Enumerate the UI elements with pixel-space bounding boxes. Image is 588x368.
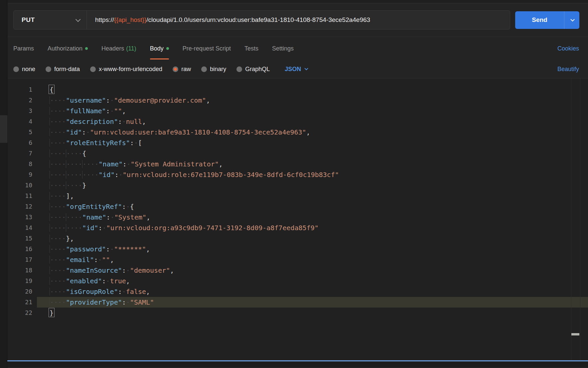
- json-punctuation: ,: [126, 277, 130, 285]
- line-code: ····"password":·"******",: [37, 244, 588, 254]
- pane-resize-divider[interactable]: [0, 360, 588, 361]
- editor-line[interactable]: 1{: [8, 84, 588, 95]
- http-method-select[interactable]: PUT: [14, 11, 87, 29]
- editor-line[interactable]: 9············"id":·"urn:vcloud:role:67e1…: [8, 169, 588, 180]
- json-key: "nameInSource": [66, 266, 122, 274]
- editor-line[interactable]: 5····"id":·"urn:vcloud:user:bafe9a31-181…: [8, 127, 588, 138]
- json-punctuation: :: [106, 245, 110, 253]
- body-mode-row: none form-data x-www-form-urlencoded raw…: [8, 60, 588, 78]
- json-punctuation: :: [106, 96, 110, 104]
- indent-guide: ····: [66, 149, 82, 157]
- editor-line[interactable]: 11····],: [8, 191, 588, 201]
- line-number: 13: [8, 212, 37, 223]
- json-punctuation: :: [130, 139, 134, 147]
- editor-line[interactable]: 22}: [8, 308, 588, 318]
- whitespace-dot: ·: [122, 118, 126, 126]
- editor-line[interactable]: 14········"id":·"urn:vcloud:org:a93c9db9…: [8, 223, 588, 233]
- editor-line[interactable]: 4····"description":·null,: [8, 116, 588, 127]
- line-code: {: [37, 84, 588, 95]
- request-url-input[interactable]: https://{{api_host}}/cloudapi/1.0.0/user…: [87, 11, 510, 29]
- editor-line[interactable]: 7········{: [8, 148, 588, 159]
- line-number: 14: [8, 223, 37, 233]
- whitespace-dot: ·: [110, 96, 114, 104]
- body-mode-x-www-form-urlencoded[interactable]: x-www-form-urlencoded: [90, 66, 162, 73]
- editor-line[interactable]: 15····},: [8, 233, 588, 244]
- editor-line[interactable]: 3····"fullName":·"",: [8, 106, 588, 116]
- json-string-value: "System": [114, 213, 146, 221]
- json-punctuation: :: [98, 224, 102, 232]
- editor-line[interactable]: 10········}: [8, 180, 588, 191]
- line-number: 21: [8, 297, 37, 308]
- editor-line[interactable]: 17····"email":·"",: [8, 254, 588, 265]
- method-url-control: PUT https://{{api_host}}/cloudapi/1.0.0/…: [13, 10, 510, 30]
- line-code: ········{: [37, 148, 588, 159]
- cookies-link[interactable]: Cookies: [557, 45, 579, 52]
- scrollbar-track-line: [580, 78, 580, 360]
- radio-icon: [13, 66, 19, 72]
- line-code: ····},: [37, 233, 588, 244]
- tab-params[interactable]: Params: [13, 37, 34, 60]
- line-code: ············"name":·"System Administrato…: [37, 159, 588, 169]
- line-code: ····"fullName":·"",: [37, 106, 588, 116]
- body-mode-graphql[interactable]: GraphQL: [236, 66, 270, 73]
- tab-settings[interactable]: Settings: [272, 37, 294, 60]
- left-panel-drag-handle[interactable]: [0, 115, 7, 143]
- body-mode-raw[interactable]: raw: [173, 66, 191, 73]
- json-punctuation: :: [115, 171, 119, 179]
- json-punctuation: :: [122, 203, 126, 211]
- json-punctuation: :: [106, 107, 110, 115]
- editor-line[interactable]: 8············"name":·"System Administrat…: [8, 159, 588, 169]
- line-code: ····"description":·null,: [37, 116, 588, 127]
- body-mode-binary[interactable]: binary: [201, 66, 226, 73]
- editor-line[interactable]: 19····"enabled":·true,: [8, 276, 588, 286]
- tab-body[interactable]: Body: [150, 37, 169, 60]
- editor-line[interactable]: 2····"username":·"demouser@provider.com"…: [8, 95, 588, 106]
- editor-line[interactable]: 12····"orgEntityRef":·{: [8, 201, 588, 212]
- tab-headers[interactable]: Headers (11): [101, 37, 136, 60]
- matched-bracket: {: [49, 85, 55, 94]
- send-options-button[interactable]: [564, 11, 579, 29]
- body-mode-form-data[interactable]: form-data: [46, 66, 80, 73]
- chevron-down-icon: [75, 17, 81, 22]
- send-button-group: Send: [515, 11, 579, 29]
- tab-label: Params: [13, 45, 34, 52]
- url-environment-variable: {{api_host}}: [114, 16, 146, 24]
- indent-guide: ····: [66, 181, 82, 189]
- request-url-row: PUT https://{{api_host}}/cloudapi/1.0.0/…: [8, 3, 588, 37]
- line-number: 16: [8, 244, 37, 254]
- json-punctuation: :: [82, 128, 86, 136]
- json-body-editor[interactable]: 1{2····"username":·"demouser@provider.co…: [8, 78, 588, 360]
- matched-bracket: }: [49, 308, 55, 317]
- tab-pre-request-script[interactable]: Pre-request Script: [183, 37, 231, 60]
- editor-line[interactable]: 16····"password":·"******",: [8, 244, 588, 254]
- line-number: 15: [8, 233, 37, 244]
- editor-line[interactable]: 18····"nameInSource":·"demouser",: [8, 265, 588, 276]
- editor-line[interactable]: 21····"providerType":·"SAML": [8, 297, 588, 308]
- body-mode-none[interactable]: none: [13, 66, 35, 73]
- json-string-value: "System Administrator": [131, 160, 219, 168]
- beautify-link[interactable]: Beautify: [557, 66, 579, 73]
- editor-line[interactable]: 6····"roleEntityRefs":·[: [8, 138, 588, 148]
- json-string-value: "": [114, 107, 122, 115]
- scrollbar-marker[interactable]: [571, 333, 579, 335]
- mode-label: x-www-form-urlencoded: [99, 66, 162, 73]
- line-number: 6: [8, 138, 37, 148]
- indent-guide: ····: [50, 234, 66, 242]
- tab-authorization[interactable]: Authorization: [48, 37, 88, 60]
- json-punctuation: :: [122, 298, 126, 306]
- line-code: }: [37, 308, 588, 318]
- json-key: "id": [66, 128, 82, 136]
- url-prefix: https://: [95, 16, 114, 24]
- raw-language-value: JSON: [285, 66, 301, 73]
- editor-line[interactable]: 13········"name":·"System",: [8, 212, 588, 223]
- indent-guide: ····: [50, 203, 66, 211]
- json-keyword-value: null: [126, 118, 142, 126]
- tab-tests[interactable]: Tests: [244, 37, 258, 60]
- send-button[interactable]: Send: [515, 11, 564, 29]
- line-number: 7: [8, 148, 37, 159]
- editor-line[interactable]: 20····"isGroupRole":·false,: [8, 286, 588, 297]
- raw-language-select[interactable]: JSON: [285, 66, 307, 73]
- indent-guide: ····: [82, 171, 98, 179]
- indent-guide: ····: [66, 160, 82, 168]
- request-builder-panel: PUT https://{{api_host}}/cloudapi/1.0.0/…: [8, 0, 588, 368]
